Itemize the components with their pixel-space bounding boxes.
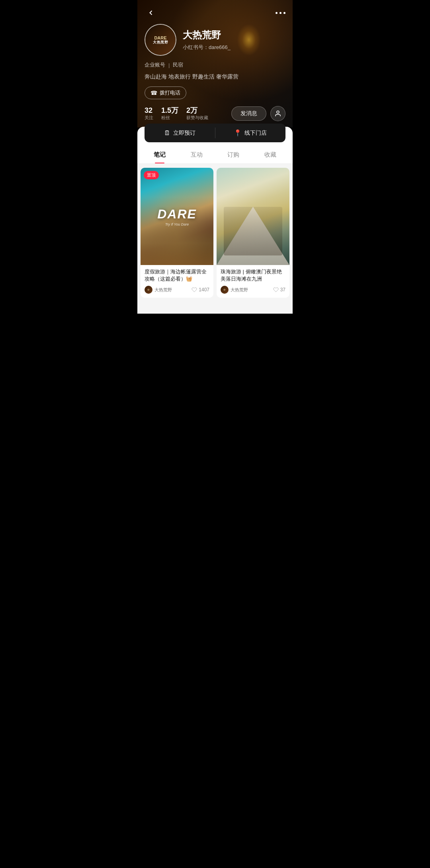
person-icon xyxy=(274,110,281,117)
pinned-badge: 置顶 xyxy=(144,171,159,179)
content-grid: DARE Try If You Dare 置顶 度假旅游｜海边帐篷露营全攻略（这… xyxy=(137,164,293,306)
svg-point-0 xyxy=(277,111,279,113)
author-avatar-1: D xyxy=(145,286,152,294)
likes-count: 2万 xyxy=(186,106,197,115)
card-image-1: DARE Try If You Dare 置顶 xyxy=(141,168,213,265)
offline-store-button[interactable]: 📍 线下门店 xyxy=(215,124,286,142)
more-options-button[interactable] xyxy=(276,12,285,14)
likes-label: 获赞与收藏 xyxy=(186,115,208,121)
tab-notes[interactable]: 笔记 xyxy=(141,145,178,163)
book-icon: 🗓 xyxy=(164,130,170,137)
tab-interact[interactable]: 互动 xyxy=(178,145,215,163)
phone-button[interactable]: ☎ 拨打电话 xyxy=(145,86,186,99)
card-title-2: 珠海旅游 | 俯瞰澳门夜景绝美落日海滩在九洲 xyxy=(221,268,285,283)
card-body-2: 珠海旅游 | 俯瞰澳门夜景绝美落日海滩在九洲 D 大热荒野 37 xyxy=(217,265,289,298)
grid-card-2[interactable]: 珠海旅游 | 俯瞰澳门夜景绝美落日海滩在九洲 D 大热荒野 37 xyxy=(217,168,289,298)
dot-icon xyxy=(283,12,285,14)
card-footer-1: D 大热荒野 1407 xyxy=(145,286,209,294)
profile-bio: 奔山赴海 地表旅行 野趣生活 奢华露营 xyxy=(145,73,285,81)
profile-id: 小红书号：dare666_ xyxy=(183,44,231,51)
profile-info: DARE 大热荒野 大热荒野 小红书号：dare666_ 企业账号 | 民宿 奔… xyxy=(145,24,285,99)
card-likes-2: 37 xyxy=(273,287,285,293)
stats-section: 32 关注 1.5万 粉丝 2万 获赞与收藏 xyxy=(145,106,231,121)
phone-icon: ☎ xyxy=(150,90,157,96)
card-author-1: D 大热荒野 xyxy=(145,286,172,294)
followers-count: 1.5万 xyxy=(161,106,178,115)
follow-button[interactable] xyxy=(270,106,285,121)
tabs-bar: 笔记 互动 订购 收藏 xyxy=(137,145,293,164)
likes-stat[interactable]: 2万 获赞与收藏 xyxy=(186,106,208,121)
profile-name: 大热荒野 xyxy=(183,29,231,41)
bottom-spacer xyxy=(137,306,293,314)
tab-collect[interactable]: 收藏 xyxy=(252,145,289,163)
profile-name-section: 大热荒野 小红书号：dare666_ xyxy=(183,29,231,51)
dot-icon xyxy=(276,12,278,14)
card-author-2: D 大热荒野 xyxy=(221,286,248,294)
book-now-button[interactable]: 🗓 立即预订 xyxy=(145,124,215,142)
dare-sub-text: Try If You Dare xyxy=(165,222,189,226)
dot-icon xyxy=(280,12,281,14)
card-image-2 xyxy=(217,168,289,265)
following-stat[interactable]: 32 关注 xyxy=(145,106,153,121)
author-name-2: 大热荒野 xyxy=(231,287,248,293)
back-button[interactable] xyxy=(145,6,157,19)
followers-stat[interactable]: 1.5万 粉丝 xyxy=(161,106,178,121)
author-name-1: 大热荒野 xyxy=(154,287,172,293)
action-buttons: 发消息 xyxy=(231,106,285,121)
likes-count-1: 1407 xyxy=(199,287,209,293)
author-avatar-2: D xyxy=(221,286,229,294)
likes-count-2: 37 xyxy=(280,287,285,293)
grid-card-1[interactable]: DARE Try If You Dare 置顶 度假旅游｜海边帐篷露营全攻略（这… xyxy=(141,168,213,298)
chevron-left-icon xyxy=(147,9,155,17)
card-body-1: 度假旅游｜海边帐篷露营全攻略（这篇必看）🧺 D 大热荒野 1407 xyxy=(141,265,213,298)
message-button[interactable]: 发消息 xyxy=(231,106,266,121)
followers-label: 粉丝 xyxy=(161,115,170,121)
main-content: 🗓 立即预订 📍 线下门店 笔记 互动 订购 收藏 DARE xyxy=(137,127,293,314)
card-likes-1: 1407 xyxy=(192,287,209,293)
card-title-1: 度假旅游｜海边帐篷露营全攻略（这篇必看）🧺 xyxy=(145,268,209,283)
store-icon: 📍 xyxy=(234,129,242,137)
heart-icon-2 xyxy=(273,287,279,293)
quick-actions: 🗓 立即预订 📍 线下门店 xyxy=(145,124,285,142)
avatar: DARE 大热荒野 xyxy=(145,24,176,56)
dare-title-text: DARE xyxy=(157,207,197,222)
tab-order[interactable]: 订购 xyxy=(215,145,252,163)
heart-icon-1 xyxy=(192,287,197,293)
following-label: 关注 xyxy=(145,115,153,121)
nav-bar xyxy=(137,0,293,26)
card-footer-2: D 大热荒野 37 xyxy=(221,286,285,294)
tag-homestay: 民宿 xyxy=(173,61,183,69)
following-count: 32 xyxy=(145,106,152,115)
profile-hero: DARE 大热荒野 大热荒野 小红书号：dare666_ 企业账号 | 民宿 奔… xyxy=(137,0,293,128)
stats-actions: 32 关注 1.5万 粉丝 2万 获赞与收藏 发消息 xyxy=(137,99,293,121)
profile-tags: 企业账号 | 民宿 xyxy=(145,61,285,69)
tag-enterprise: 企业账号 xyxy=(145,61,165,69)
profile-top: DARE 大热荒野 大热荒野 小红书号：dare666_ xyxy=(145,24,285,56)
